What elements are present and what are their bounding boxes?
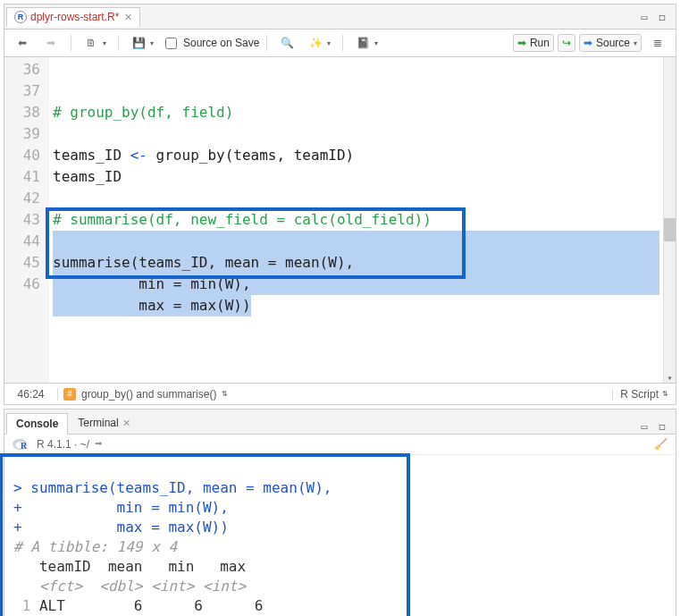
table-types: <fct> <dbl> <int> <int> [13,578,246,595]
editor-toolbar: ⬅ ➡ 🗎▾ 💾▾ Source on Save 🔍 ✨▾ 📓▾ ➡ Run ↪… [4,30,676,57]
code-comment: # summarise(df, new_field = calc(old_fie… [53,211,432,228]
arrow-right-icon: ➡ [43,36,59,50]
language-label: R Script [620,388,659,401]
svg-text:R: R [21,441,28,451]
notebook-button[interactable]: 📓▾ [350,33,382,53]
code-text: min = min(W), [53,275,251,292]
source-pane: R dplyr-rows-start.R* ✕ ▭ ◻ ⬅ ➡ 🗎▾ 💾▾ So… [4,4,676,405]
tab-terminal-label: Terminal [78,417,118,429]
outline-icon: ≣ [650,36,666,50]
clear-console-icon[interactable]: 🧹 [652,437,668,451]
file-tab-name: dplyr-rows-start.R* [30,11,119,23]
editor-status-bar: 46:24 # group_by() and summarise() ⇅ R S… [4,383,676,404]
notebook-icon: 📓 [355,36,371,50]
console-tab-bar: Console Terminal✕ ▭ ◻ [4,409,676,435]
table-header: teamID mean min max [13,558,246,575]
console-input-line: max = max(W)) [30,519,229,536]
close-icon[interactable]: ✕ [122,418,130,429]
console-input-line: summarise(teams_ID, mean = mean(W), [30,479,332,496]
source-doc-icon: ➡ [583,37,592,49]
file-tab[interactable]: R dplyr-rows-start.R* ✕ [6,7,140,27]
language-selector[interactable]: R Script ⇅ [612,388,676,401]
console-output-meta: # A tibble: 149 x 4 [13,538,177,555]
r-logo-icon: R [12,437,31,451]
scope-dropdown-icon: ⇅ [222,390,228,398]
save-button[interactable]: 💾▾ [126,33,158,53]
search-icon: 🔍 [279,36,295,50]
close-icon[interactable]: ✕ [124,12,132,23]
find-button[interactable]: 🔍 [274,33,299,53]
maximize-pane-icon[interactable]: ◻ [654,10,670,24]
wand-button[interactable]: ✨▾ [303,33,335,53]
code-area[interactable]: # group_by(df, field)teams_ID <- group_b… [49,57,663,383]
cursor-position: 46:24 [4,388,58,401]
source-label: Source [596,37,630,49]
outline-button[interactable]: ≣ [645,33,670,53]
code-editor[interactable]: 36 37 38 39 40 41 42 43 44 45 46 # group… [4,57,676,383]
arrow-left-icon: ⬅ [14,36,30,50]
source-on-save-toggle[interactable]: Source on Save [162,35,259,52]
run-label: Run [530,37,550,49]
code-text: teams_ID [53,147,130,164]
editor-tab-bar: R dplyr-rows-start.R* ✕ ▭ ◻ [4,4,676,30]
rerun-button[interactable]: ↪ [558,34,575,52]
line-gutter: 36 37 38 39 40 41 42 43 44 45 46 [4,57,49,383]
save-icon: 💾 [130,36,147,50]
show-in-files-button[interactable]: 🗎▾ [79,33,111,53]
tab-terminal[interactable]: Terminal✕ [68,412,139,434]
scope-label: group_by() and summarise() [81,388,216,401]
source-on-save-checkbox[interactable] [165,38,177,49]
run-button[interactable]: ➡ Run [513,34,554,52]
tab-console-label: Console [16,418,58,430]
scope-badge-icon: # [63,388,76,401]
code-text: group_by(teams, teamID) [147,147,354,164]
code-comment: # group_by(df, field) [53,104,233,121]
minimize-pane-icon[interactable]: ▭ [636,10,652,24]
editor-scrollbar[interactable]: ▾ [663,57,676,383]
console-output[interactable]: > summarise(teams_ID, mean = mean(W), + … [4,455,676,616]
forward-button[interactable]: ➡ [38,33,63,53]
code-op: <- [130,147,147,164]
source-button[interactable]: ➡ Source ▾ [579,34,642,52]
rerun-icon: ↪ [562,37,571,49]
run-icon: ➡ [517,37,526,49]
code-text: max = max(W)) [53,297,251,314]
session-info: R 4.1.1 · ~/ [37,438,89,451]
code-text: summarise(teams_ID, mean = mean(W), [53,254,354,271]
console-input-line: min = min(W), [30,499,229,516]
session-dropdown-icon[interactable]: ⮕ [95,440,103,449]
console-pane: Console Terminal✕ ▭ ◻ R R 4.1.1 · ~/ ⮕ 🧹… [4,409,676,616]
wand-icon: ✨ [307,36,323,50]
tab-console[interactable]: Console [6,413,68,435]
source-on-save-label: Source on Save [183,37,259,49]
scroll-down-icon[interactable]: ▾ [664,373,676,383]
r-file-icon: R [14,11,27,23]
minimize-pane-icon[interactable]: ▭ [636,419,652,434]
console-session-bar: R R 4.1.1 · ~/ ⮕ 🧹 [4,435,676,455]
file-icon: 🗎 [83,36,99,50]
scope-selector[interactable]: # group_by() and summarise() ⇅ [58,388,612,401]
maximize-pane-icon[interactable]: ◻ [654,419,670,434]
back-button[interactable]: ⬅ [10,33,35,53]
code-text: teams_ID [53,168,122,185]
